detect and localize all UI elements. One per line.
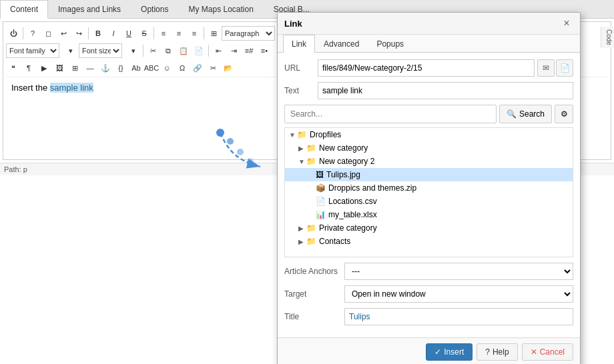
title-input[interactable] (344, 308, 573, 325)
tree-label-private-cat: Private category (319, 223, 377, 233)
bold-btn[interactable]: B (91, 26, 105, 41)
cut-btn[interactable]: ✂ (145, 43, 160, 58)
folder-icon-new-category: 📁 (306, 143, 316, 153)
text-input[interactable] (318, 82, 573, 99)
search-icon: 🔍 (507, 109, 517, 119)
para-btn[interactable]: ¶ (21, 61, 36, 75)
question-icon: ? (485, 347, 490, 357)
tree-item-new-category-2[interactable]: ▼ 📁 New category 2 (285, 155, 573, 168)
tab-my-maps[interactable]: My Maps Location (178, 0, 263, 18)
image-file-icon: 🖼 (316, 170, 324, 179)
underline-btn[interactable]: U (121, 26, 136, 41)
tree-item-tulips[interactable]: 🖼 Tulips.jpg (285, 168, 573, 181)
search-input[interactable] (284, 105, 497, 123)
cancel-button[interactable]: ✕ Cancel (522, 343, 573, 361)
template-btn[interactable]: ⊞ (206, 26, 221, 41)
article-anchors-select[interactable]: --- (344, 263, 573, 280)
strikethrough-btn[interactable]: S (137, 26, 151, 41)
insert-button[interactable]: ✓ Insert (426, 343, 473, 361)
tree-item-droppics[interactable]: 📦 Droppics and themes.zip (285, 181, 573, 195)
title-label: Title (284, 312, 344, 321)
dialog-title: Link (284, 19, 302, 29)
paragraph-select[interactable]: Paragraph (222, 26, 275, 41)
redo-btn[interactable]: ↪ (71, 26, 86, 41)
align-right-btn[interactable]: ≡ (187, 26, 202, 41)
target-label: Target (284, 289, 344, 299)
abbr-btn[interactable]: Ab (129, 61, 143, 75)
tree-item-mytable[interactable]: 📊 my_table.xlsx (285, 208, 573, 221)
expand-icon-dropfiles: ▼ (289, 131, 296, 139)
dialog-tab-popups[interactable]: Popups (368, 35, 412, 53)
link-btn[interactable]: 🔗 (190, 61, 205, 75)
content-prefix: Insert the (11, 83, 50, 93)
target-select[interactable]: Open in new window (344, 285, 573, 303)
folder-icon-dropfiles: 📁 (297, 130, 307, 139)
url-email-icon[interactable]: ✉ (537, 59, 555, 77)
hr-btn[interactable]: — (83, 61, 97, 75)
list-ul-btn[interactable]: ≡• (257, 43, 272, 58)
help-button[interactable]: ? Help (477, 343, 517, 361)
paste-text-btn[interactable]: 📄 (192, 43, 206, 58)
folder-icon-private-cat: 📁 (306, 223, 316, 233)
image-btn[interactable]: 🖼 (52, 61, 67, 75)
dropfiles-btn[interactable]: 📂 (221, 61, 236, 75)
special-char-btn[interactable]: Ω (175, 61, 190, 75)
path-label: Path: (4, 165, 21, 173)
list-ol-btn[interactable]: ≡# (242, 43, 256, 58)
dialog-close-btn[interactable]: × (560, 17, 573, 30)
text-row: Text (284, 82, 573, 99)
tree-label-mytable: my_table.xlsx (328, 210, 377, 219)
copy-btn[interactable]: ⧉ (161, 43, 176, 58)
url-input[interactable] (318, 59, 535, 77)
font-family-arrow[interactable]: ▾ (63, 43, 78, 58)
dialog-tab-advanced[interactable]: Advanced (315, 35, 368, 53)
indent-btn[interactable]: ⇥ (226, 43, 241, 58)
font-size-arrow[interactable]: ▾ (126, 43, 141, 58)
file-tree[interactable]: ▼ 📁 Dropfiles ▶ 📁 New category ▼ 📁 New c… (284, 127, 573, 257)
code-btn[interactable]: {} (113, 61, 128, 75)
tab-images-links[interactable]: Images and Links (48, 0, 131, 18)
search-button[interactable]: 🔍 Search (499, 105, 552, 123)
font-family-select[interactable]: Font family (6, 43, 59, 58)
tree-item-locations[interactable]: 📄 Locations.csv (285, 195, 573, 208)
emoji-btn[interactable]: ☺ (160, 61, 174, 75)
align-center-btn[interactable]: ≡ (172, 26, 186, 41)
font-size-select[interactable]: Font size (79, 43, 122, 58)
align-left-btn[interactable]: ≡ (156, 26, 171, 41)
code-sidebar[interactable]: Code (601, 27, 614, 48)
tree-label-droppics: Droppics and themes.zip (328, 183, 416, 193)
selected-text: sample link (50, 83, 93, 93)
expand-icon-private-cat: ▶ (298, 225, 305, 232)
dialog-tab-link[interactable]: Link (283, 35, 315, 53)
dialog-body: URL ✉ 📄 Text 🔍 Search ⚙ (278, 53, 580, 337)
power-btn[interactable]: ⏻ (6, 26, 21, 41)
media-btn[interactable]: ▶ (37, 61, 51, 75)
table-btn[interactable]: ⊞ (67, 61, 82, 75)
blockquote-btn[interactable]: ❝ (6, 61, 21, 75)
help-button-label: Help (493, 347, 509, 357)
paste-btn[interactable]: 📋 (176, 43, 191, 58)
tree-label-contacts: Contacts (319, 237, 350, 246)
csv-file-icon: 📄 (316, 197, 326, 206)
tab-options[interactable]: Options (131, 0, 178, 18)
unlink-btn[interactable]: ✂ (206, 61, 220, 75)
outdent-btn[interactable]: ⇤ (211, 43, 226, 58)
tree-item-contacts[interactable]: ▶ 📁 Contacts (285, 235, 573, 248)
target-row: Target Open in new window (284, 285, 573, 303)
tab-content[interactable]: Content (0, 0, 48, 19)
abc-btn[interactable]: ABC (144, 61, 159, 75)
article-anchors-label: Article Anchors (284, 267, 344, 276)
settings-icon[interactable]: ⚙ (555, 105, 573, 123)
tree-item-private-cat[interactable]: ▶ 📁 Private category (285, 221, 573, 235)
placeholder-icon[interactable]: ◻ (41, 26, 55, 41)
help-icon[interactable]: ? (25, 26, 40, 41)
italic-btn[interactable]: I (106, 26, 121, 41)
url-browse-icon[interactable]: 📄 (556, 59, 573, 77)
times-icon: ✕ (531, 347, 537, 357)
tree-item-dropfiles[interactable]: ▼ 📁 Dropfiles (285, 128, 573, 141)
tree-item-new-category[interactable]: ▶ 📁 New category (285, 141, 573, 155)
tree-label-locations: Locations.csv (328, 197, 377, 206)
anchor-btn[interactable]: ⚓ (98, 61, 113, 75)
undo-btn[interactable]: ↩ (56, 26, 71, 41)
insert-button-label: Insert (444, 347, 464, 357)
